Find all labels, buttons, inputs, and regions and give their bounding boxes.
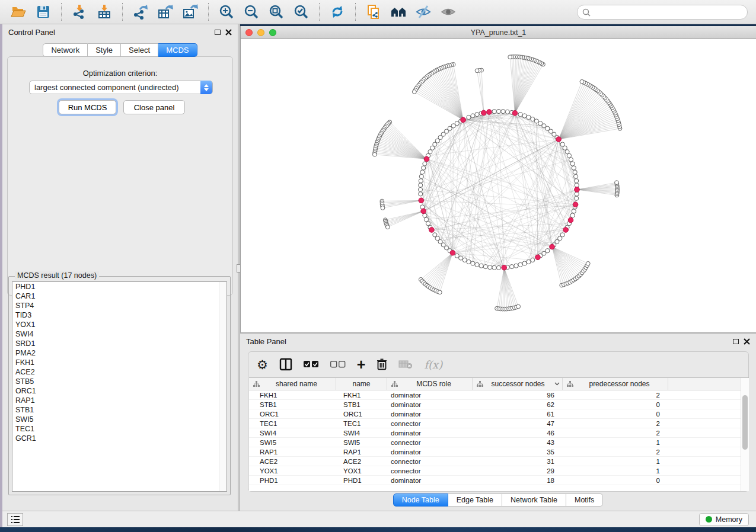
list-item[interactable]: SRD1 — [12, 339, 227, 348]
task-history-button[interactable] — [7, 513, 23, 526]
delete-column-icon[interactable] — [377, 358, 387, 370]
network-node[interactable] — [471, 261, 475, 265]
network-node[interactable] — [412, 89, 416, 94]
list-item[interactable]: YOX1 — [12, 320, 227, 329]
network-node[interactable] — [569, 158, 573, 162]
table-cell[interactable]: FKH1 — [249, 392, 336, 399]
network-node[interactable] — [516, 305, 521, 309]
table-cell[interactable]: ORC1 — [336, 411, 387, 418]
table-cell[interactable]: SWI4 — [336, 430, 387, 437]
network-node[interactable] — [570, 213, 575, 217]
list-item[interactable]: STB1 — [12, 405, 227, 415]
export-network-icon[interactable] — [132, 3, 149, 21]
column-header[interactable]: predecessor nodes — [563, 378, 668, 390]
list-item[interactable]: ACE2 — [12, 367, 227, 377]
criterion-dropdown[interactable]: largest connected component (undirected) — [29, 81, 213, 94]
mcds-node[interactable] — [563, 227, 569, 233]
table-cell[interactable]: dominator — [387, 401, 473, 408]
table-cell[interactable]: RAP1 — [336, 448, 387, 456]
list-item[interactable]: SWI4 — [12, 329, 227, 339]
first-neighbors-icon[interactable] — [390, 3, 407, 21]
table-row[interactable]: ORC1ORC1dominator610 — [249, 409, 749, 419]
network-node[interactable] — [518, 113, 522, 117]
table-cell[interactable]: 2 — [563, 430, 668, 437]
network-node[interactable] — [575, 196, 579, 200]
network-node[interactable] — [418, 187, 422, 191]
mcds-node[interactable] — [550, 244, 555, 249]
tab-motifs[interactable]: Motifs — [566, 493, 603, 507]
search-field[interactable] — [577, 5, 748, 20]
mcds-node[interactable] — [487, 110, 492, 115]
network-node[interactable] — [459, 256, 463, 260]
network-node[interactable] — [467, 259, 471, 264]
network-node[interactable] — [510, 265, 514, 269]
table-cell[interactable]: 1 — [563, 439, 668, 446]
network-node[interactable] — [385, 225, 390, 229]
table-row[interactable]: STB1STB1dominator620 — [249, 400, 749, 409]
mcds-node[interactable] — [450, 250, 455, 255]
deselect-all-icon[interactable] — [330, 361, 346, 368]
select-all-icon[interactable] — [304, 361, 319, 368]
network-node[interactable] — [419, 192, 423, 196]
refresh-icon[interactable] — [328, 3, 346, 21]
network-node[interactable] — [438, 290, 442, 294]
table-row[interactable]: YOX1YOX1connector291 — [249, 466, 749, 476]
table-cell[interactable]: STB1 — [249, 401, 336, 408]
mcds-node[interactable] — [481, 110, 487, 116]
close-icon[interactable] — [744, 338, 750, 345]
network-node[interactable] — [518, 262, 522, 267]
table-cell[interactable]: 47 — [473, 420, 563, 427]
network-node[interactable] — [496, 109, 500, 113]
list-item[interactable]: SWI5 — [12, 415, 227, 424]
network-node[interactable] — [575, 179, 579, 183]
network-node[interactable] — [419, 174, 423, 178]
table-row[interactable]: SWI4SWI4dominator462 — [249, 428, 749, 438]
import-table-icon[interactable] — [95, 3, 113, 21]
zoom-in-icon[interactable] — [218, 3, 235, 21]
scrollbar-thumb[interactable] — [742, 395, 748, 450]
show-all-icon[interactable] — [439, 3, 457, 21]
network-node[interactable] — [492, 265, 496, 270]
mcds-node[interactable] — [419, 198, 424, 203]
tab-node-table[interactable]: Node Table — [393, 493, 448, 507]
table-cell[interactable]: 1 — [563, 458, 668, 465]
list-item[interactable]: GCR1 — [12, 434, 227, 443]
network-node[interactable] — [615, 181, 619, 185]
column-header[interactable]: MCDS role — [387, 378, 473, 390]
table-row[interactable]: FKH1FKH1dominator962 — [249, 390, 749, 400]
table-cell[interactable]: connector — [387, 458, 473, 465]
network-node[interactable] — [475, 69, 479, 73]
network-node[interactable] — [572, 209, 576, 213]
memory-button[interactable]: Memory — [699, 513, 749, 526]
table-cell[interactable]: SWI5 — [249, 439, 336, 446]
network-node[interactable] — [514, 264, 518, 268]
network-node[interactable] — [580, 79, 584, 84]
mcds-node[interactable] — [575, 187, 580, 193]
list-item[interactable]: RAP1 — [12, 396, 227, 405]
mcds-node[interactable] — [502, 265, 507, 270]
network-node[interactable] — [420, 170, 425, 174]
mcds-node[interactable] — [421, 209, 426, 214]
table-cell[interactable]: 0 — [563, 477, 668, 484]
network-node[interactable] — [492, 110, 496, 114]
mcds-node[interactable] — [573, 202, 578, 207]
float-window-icon[interactable] — [215, 30, 221, 35]
tab-style[interactable]: Style — [88, 43, 121, 57]
table-cell[interactable]: SWI5 — [336, 439, 387, 446]
export-image-icon[interactable] — [181, 3, 199, 21]
table-row[interactable]: SWI5SWI5connector431 — [249, 438, 749, 447]
mcds-node[interactable] — [568, 217, 573, 223]
network-node[interactable] — [575, 183, 579, 187]
list-item[interactable]: TID3 — [12, 310, 227, 320]
table-row[interactable]: ACE2ACE2connector311 — [249, 457, 749, 466]
table-cell[interactable]: dominator — [387, 411, 473, 418]
network-node[interactable] — [426, 222, 430, 226]
network-node[interactable] — [570, 162, 575, 166]
network-node[interactable] — [422, 166, 426, 170]
network-node[interactable] — [419, 179, 423, 183]
import-network-icon[interactable] — [71, 3, 88, 21]
table-cell[interactable]: 61 — [473, 411, 563, 418]
network-node[interactable] — [527, 259, 531, 264]
open-session-icon[interactable] — [9, 3, 27, 21]
table-settings-icon[interactable]: ⚙ — [257, 358, 268, 371]
